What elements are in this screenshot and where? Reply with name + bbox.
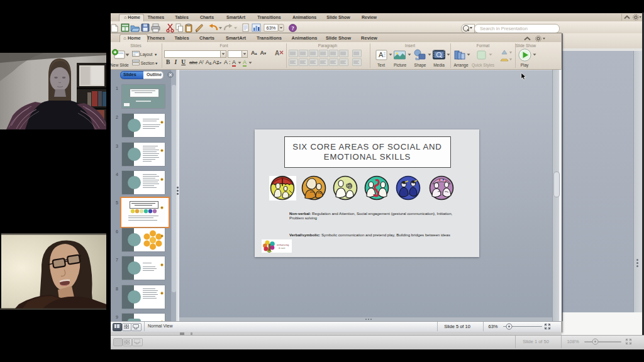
svg-text:63%: 63% (266, 25, 275, 31)
svg-text:?: ? (291, 25, 294, 31)
svg-text:enhancing: enhancing (277, 243, 289, 246)
svg-text:& care: & care (279, 247, 285, 250)
svg-text:A: A (275, 50, 279, 57)
svg-text:A: A (379, 51, 384, 58)
